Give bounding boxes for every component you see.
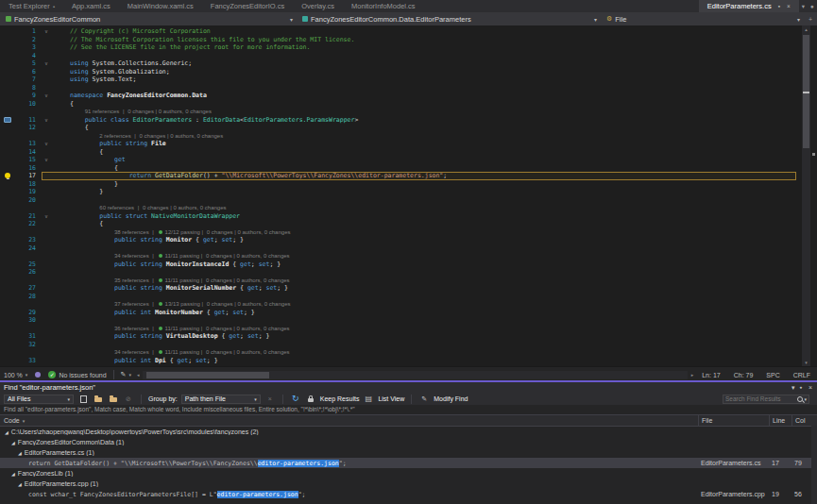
codelens-text[interactable]: 36 references | 11/11 passing | 0 change… [53, 325, 290, 333]
tree-expanded-icon[interactable]: ◢ [18, 481, 22, 487]
tree-expanded-icon[interactable]: ◢ [5, 429, 9, 435]
codelens-row[interactable]: 91 references | 0 changes | 0 authors, 0… [0, 108, 817, 116]
column-line[interactable]: Line [769, 415, 791, 426]
find-result-row[interactable]: const wchar_t FancyZonesEditorParameters… [0, 489, 817, 499]
glyph-margin [0, 180, 15, 189]
stop-search-icon[interactable]: × [264, 394, 276, 404]
codelens-text[interactable]: 34 references | 11/11 passing | 0 change… [53, 348, 290, 357]
glyph-margin [0, 124, 15, 132]
fold-collapse-icon[interactable]: v [40, 59, 53, 68]
bookmark-icon[interactable] [0, 116, 15, 125]
refresh-icon[interactable]: ↻ [290, 394, 301, 404]
clear-results-icon[interactable]: ⊘ [123, 394, 134, 404]
match-highlight: editor-parameters.json [258, 460, 339, 467]
chevron-down-icon[interactable]: ▾ [804, 396, 808, 402]
project-dropdown[interactable]: FancyZonesEditorCommon ▾ [0, 12, 297, 25]
code-row: 4 [0, 52, 817, 60]
code-text: // The Microsoft Corporation licenses th… [53, 36, 354, 44]
fold-margin [40, 341, 53, 349]
type-dropdown[interactable]: FancyZonesEditorCommon.Data.EditorParame… [297, 12, 601, 25]
pin-icon[interactable]: ▪ [798, 384, 805, 391]
scroll-up-icon[interactable]: ▴ [802, 25, 810, 33]
keep-results-button[interactable]: Keep Results [320, 395, 360, 402]
codelens-text[interactable]: 37 references | 13/13 passing | 0 change… [53, 300, 290, 309]
column-code[interactable]: Code ▾ [0, 417, 698, 424]
fold-collapse-icon[interactable]: v [40, 92, 53, 100]
tab-app-xaml-cs[interactable]: App.xaml.cs [63, 0, 119, 12]
tree-expanded-icon[interactable]: ◢ [11, 471, 15, 477]
pin-tab-icon[interactable]: ▪ [778, 3, 780, 9]
collapse-all-icon[interactable] [108, 394, 119, 404]
fold-collapse-icon[interactable]: v [40, 140, 53, 148]
scrollbar-thumb[interactable] [146, 372, 269, 378]
codelens-text[interactable]: 38 references | 12/12 passing | 0 change… [53, 228, 290, 237]
tab-editorparameters-cs[interactable]: EditorParameters.cs ▪ × [699, 0, 799, 12]
codelens-row[interactable]: 37 references | 13/13 passing | 0 change… [0, 300, 817, 309]
editor-horizontal-scrollbar[interactable] [143, 371, 687, 379]
list-view-button[interactable]: List View [378, 395, 404, 402]
find-results-scrollbar[interactable] [811, 426, 817, 504]
codelens-text[interactable]: 2 references | 0 changes | 0 authors, 0 … [53, 132, 223, 141]
codelens-text[interactable]: 91 references | 0 changes | 0 authors, 0… [53, 108, 212, 116]
chevron-down-icon[interactable]: ▾ [791, 384, 795, 392]
find-result-row[interactable]: return GetDataFolder() + "\\Microsoft\\P… [0, 458, 817, 468]
tab-overlay-cs[interactable]: Overlay.cs [293, 0, 343, 12]
copy-icon[interactable] [77, 394, 89, 404]
tab-mainwindow-xaml-cs[interactable]: MainWindow.xaml.cs [119, 0, 202, 12]
scroll-left-icon[interactable]: ◂ [135, 372, 142, 378]
lock-icon[interactable] [305, 394, 316, 404]
editor-vertical-scrollbar[interactable]: ▴ ▾ [802, 25, 810, 366]
chevron-down-icon[interactable]: ▾ [799, 3, 808, 10]
expand-all-icon[interactable] [93, 394, 104, 404]
codelens-row[interactable]: 2 references | 0 changes | 0 authors, 0 … [0, 132, 817, 141]
scroll-down-icon[interactable]: ▾ [802, 359, 810, 366]
line-number: 21 [15, 212, 40, 221]
scrollbar-annotation-strip [810, 25, 817, 366]
find-tree-node[interactable]: ◢C:\Users\zhaopengwang\Desktop\powertoys… [0, 427, 817, 437]
find-tree-node[interactable]: ◢FancyZonesLib (1) [0, 468, 817, 479]
code-editor[interactable]: 1v// Copyright (c) Microsoft Corporation… [0, 25, 817, 366]
codelens-row[interactable]: 36 references | 11/11 passing | 0 change… [0, 325, 817, 333]
find-tree-node[interactable]: ◢FancyZonesEditorCommon\Data (1) [0, 437, 817, 447]
tab-monitorinfomodel-cs[interactable]: MonitorInfoModel.cs [343, 0, 424, 12]
codelens-row[interactable]: 38 references | 12/12 passing | 0 change… [0, 228, 817, 237]
search-find-results-input[interactable] [723, 395, 796, 402]
split-window-grip[interactable]: + [804, 16, 817, 23]
lightbulb-icon[interactable] [0, 172, 15, 180]
fold-collapse-icon[interactable]: v [40, 27, 53, 36]
group-by-dropdown[interactable]: Path then File ▾ [181, 395, 261, 404]
member-dropdown[interactable]: ⚙ File ▾ [601, 12, 804, 25]
file-name: EditorParameters.cpp (1) [25, 480, 98, 487]
codelens-text[interactable]: 34 references | 11/11 passing | 0 change… [53, 252, 290, 260]
codelens-row[interactable]: 34 references | 11/11 passing | 0 change… [0, 348, 817, 357]
column-file[interactable]: File [698, 415, 769, 426]
tab-fancyzoneseditorio-cs[interactable]: FancyZonesEditorIO.cs [202, 0, 293, 12]
fold-collapse-icon[interactable]: v [40, 116, 53, 125]
codelens-row[interactable]: 60 references | 0 changes | 0 authors, 0… [0, 204, 817, 212]
list-view-icon[interactable]: ▤ [363, 394, 374, 404]
close-icon[interactable]: × [787, 3, 791, 9]
find-panel-titlebar[interactable]: Find "editor-parameters.json" ▾ ▪ × [0, 382, 817, 393]
tree-expanded-icon[interactable]: ◢ [18, 450, 22, 456]
column-col[interactable]: Col [791, 415, 817, 426]
codelens-row[interactable]: 35 references | 11/11 passing | 0 change… [0, 277, 817, 285]
divider [411, 395, 412, 404]
close-icon[interactable]: × [808, 384, 812, 391]
eol-toggle[interactable]: CRLF [787, 372, 817, 378]
tree-expanded-icon[interactable]: ◢ [11, 440, 15, 445]
spaces-toggle[interactable]: SPC [759, 372, 786, 378]
options-dot-icon[interactable]: ● [808, 3, 817, 9]
scope-dropdown[interactable]: All Files ▾ [4, 395, 74, 404]
line-number: 33 [15, 357, 40, 365]
codelens-text[interactable]: 35 references | 11/11 passing | 0 change… [53, 277, 290, 285]
search-find-results-box[interactable]: ▾ [723, 395, 809, 404]
fold-collapse-icon[interactable]: v [40, 212, 53, 221]
find-tree-node[interactable]: ◢EditorParameters.cs (1) [0, 447, 817, 458]
fold-collapse-icon[interactable]: v [40, 156, 53, 164]
find-tree-node[interactable]: ◢EditorParameters.cpp (1) [0, 479, 817, 489]
codelens-row[interactable]: 34 references | 11/11 passing | 0 change… [0, 252, 817, 260]
modify-find-icon[interactable]: ✎ [418, 394, 430, 404]
tab-test-explorer[interactable]: Test Explorer▪ [0, 0, 63, 12]
modify-find-button[interactable]: Modify Find [434, 395, 468, 402]
codelens-text[interactable]: 60 references | 0 changes | 0 authors, 0… [53, 204, 227, 212]
